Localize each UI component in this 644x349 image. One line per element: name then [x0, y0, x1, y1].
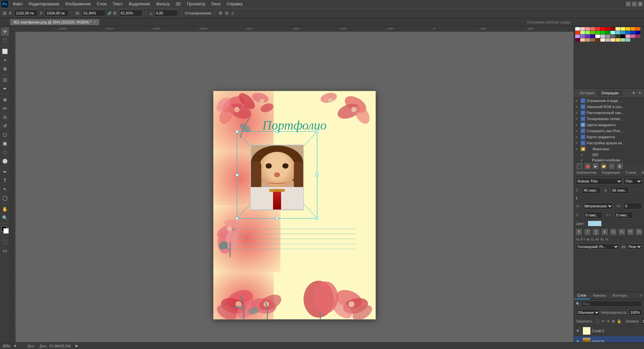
- swatch[interactable]: [600, 31, 605, 34]
- subscript-button[interactable]: Ts: [619, 229, 625, 235]
- dodge-tool[interactable]: ⬤: [1, 157, 9, 165]
- ops-play-btn[interactable]: ▶: [593, 163, 599, 169]
- swatch[interactable]: [626, 38, 630, 42]
- swatch[interactable]: [615, 31, 620, 34]
- ops-item[interactable]: ✓ □ Заказной RGB в гра...: [574, 104, 644, 110]
- menu-file[interactable]: Файл: [10, 1, 25, 7]
- tab-layers[interactable]: Слои: [574, 292, 590, 299]
- swatch[interactable]: [610, 31, 615, 34]
- half-frac[interactable]: ½: [605, 238, 608, 241]
- ops-item[interactable]: ✓ Размер изображ...: [574, 157, 644, 161]
- swatch[interactable]: [605, 31, 610, 34]
- swatch[interactable]: [580, 35, 585, 38]
- close-button[interactable]: ✕: [638, 2, 643, 6]
- menu-edit[interactable]: Редактирование: [26, 1, 62, 7]
- swatch[interactable]: [590, 38, 595, 42]
- swatch[interactable]: [621, 35, 625, 38]
- swatch[interactable]: [615, 27, 620, 31]
- frac-char[interactable]: ⅓: [576, 238, 579, 241]
- swatch[interactable]: [605, 27, 610, 31]
- zoom-tool[interactable]: 🔍: [1, 214, 9, 222]
- photo-frame-container[interactable]: [244, 138, 311, 218]
- background-color[interactable]: [3, 228, 9, 234]
- transform-handle-bottom-right[interactable]: [316, 217, 318, 219]
- menu-window[interactable]: Окно: [209, 1, 223, 7]
- w-input[interactable]: [82, 10, 105, 16]
- panel-collapse-icon[interactable]: ▼: [632, 91, 636, 95]
- ops-item[interactable]: ✓ □ Сохранить как Phot...: [574, 128, 644, 134]
- transform-handle-top-left[interactable]: [236, 130, 238, 133]
- history-brush-tool[interactable]: ↺: [1, 122, 9, 130]
- swatch[interactable]: [621, 38, 625, 42]
- transform-handle-top-right[interactable]: [316, 130, 318, 133]
- swatch[interactable]: [605, 38, 610, 42]
- italic-button[interactable]: T: [585, 229, 591, 235]
- swatch[interactable]: [590, 35, 595, 38]
- clone-tool[interactable]: ⊙: [1, 113, 9, 121]
- swatch[interactable]: [605, 35, 610, 38]
- quick-mask-tool[interactable]: ⬛: [1, 238, 9, 246]
- antialiasing-select[interactable]: Резкое: [627, 244, 642, 250]
- transform-handle-bottom-mid[interactable]: [276, 217, 278, 219]
- brush-tool[interactable]: ✏: [1, 104, 9, 112]
- ops-stop-btn[interactable]: ⬛: [577, 163, 583, 169]
- screen-mode-tool[interactable]: ▭: [1, 247, 9, 255]
- ops-item[interactable]: ✓ □ Карта градиента: [574, 134, 644, 140]
- font-family-select[interactable]: Roboto Thin: [576, 178, 622, 185]
- swatch[interactable]: [590, 31, 595, 34]
- marquee-tool[interactable]: ⬜: [1, 47, 9, 55]
- ops-item[interactable]: ✓ □ Расплавленный сви...: [574, 110, 644, 116]
- hand-tool[interactable]: ✋: [1, 205, 9, 213]
- liga-char[interactable]: fi: [581, 238, 582, 241]
- font-style-select[interactable]: Thin: [624, 178, 642, 185]
- superscript-button[interactable]: Ts: [610, 229, 616, 235]
- swatch[interactable]: [575, 38, 580, 42]
- swatch[interactable]: [626, 27, 630, 31]
- kerning-type-select[interactable]: Метрическое: [583, 203, 613, 209]
- expand-btn[interactable]: ▶: [75, 344, 78, 348]
- ops-item[interactable]: ✓ 300: [574, 152, 644, 157]
- swatch[interactable]: [631, 31, 635, 34]
- ops-item[interactable]: ✓ □ Тонирование сепие...: [574, 116, 644, 122]
- menu-select[interactable]: Выделение: [126, 1, 153, 7]
- quick-select-tool[interactable]: ⊛: [1, 65, 9, 73]
- swatch[interactable]: [585, 31, 590, 34]
- tab-paragraph[interactable]: Абзац: [639, 169, 644, 177]
- shape-tool[interactable]: ◯: [1, 194, 9, 202]
- move-tool[interactable]: ✛: [1, 28, 9, 36]
- layers-search-input[interactable]: [581, 301, 642, 307]
- healing-tool[interactable]: ⊕: [1, 96, 9, 104]
- underline-button[interactable]: T: [593, 229, 599, 235]
- swatch[interactable]: [631, 27, 635, 31]
- swatch[interactable]: [610, 27, 615, 31]
- leading-input[interactable]: [610, 187, 629, 194]
- swatch[interactable]: [595, 31, 600, 34]
- menu-help[interactable]: Справка: [224, 1, 245, 7]
- sub-char[interactable]: A₁: [600, 238, 604, 241]
- swatch[interactable]: [585, 35, 590, 38]
- language-select[interactable]: Голландский: Ре...: [576, 244, 619, 250]
- swatch[interactable]: [621, 27, 625, 31]
- panel-close-icon[interactable]: ✕: [638, 91, 641, 95]
- ops-folder-btn[interactable]: 📁: [601, 163, 607, 169]
- tracking-input[interactable]: [624, 203, 642, 209]
- pen-tool[interactable]: ✒: [1, 168, 9, 176]
- horizontal-scale-input[interactable]: [614, 212, 633, 218]
- swatch[interactable]: [626, 31, 630, 34]
- ops-item[interactable]: ✓ □ Настройка краски ки...: [574, 140, 644, 146]
- swatch[interactable]: [575, 31, 580, 34]
- cancel-transform-icon[interactable]: ⊘: [225, 10, 229, 16]
- swatch[interactable]: [615, 38, 620, 42]
- maximize-button[interactable]: □: [632, 2, 637, 6]
- path-select-tool[interactable]: ↖: [1, 185, 9, 193]
- swatch[interactable]: [610, 35, 615, 38]
- artboard-tool[interactable]: ⬚: [1, 36, 9, 44]
- menu-3d[interactable]: 3D: [173, 1, 183, 7]
- swatch[interactable]: [575, 35, 580, 38]
- tab-styles[interactable]: Стили: [623, 169, 639, 177]
- swatch[interactable]: [580, 27, 585, 31]
- eraser-tool[interactable]: ◻: [1, 131, 9, 139]
- char-color-swatch[interactable]: [588, 221, 601, 226]
- swatch[interactable]: [595, 38, 600, 42]
- layers-panel-expand[interactable]: ⤢: [639, 292, 644, 299]
